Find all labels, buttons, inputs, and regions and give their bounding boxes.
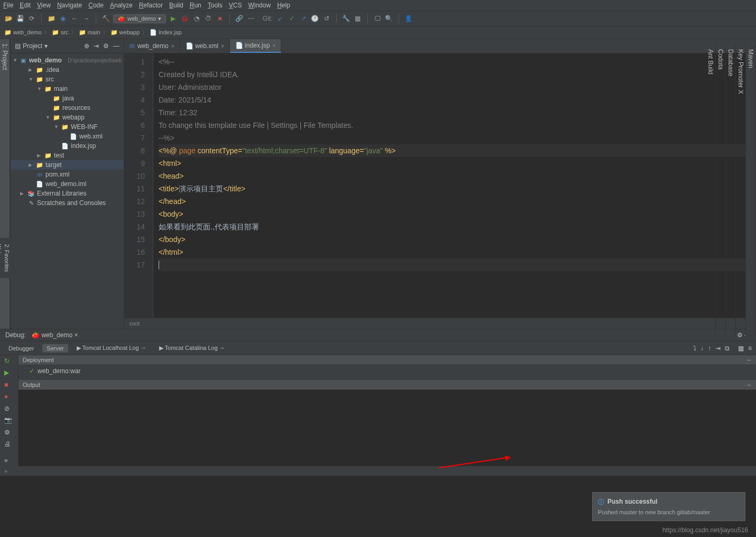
back-icon[interactable]: ←	[70, 14, 79, 23]
run-icon[interactable]: ▶	[169, 14, 178, 23]
code-editor[interactable]: 1234567891011121314151617 <%-- Created b…	[124, 53, 756, 318]
crumb-1[interactable]: 📁 src	[52, 29, 69, 36]
structure-icon[interactable]: ▦	[354, 14, 362, 23]
git-commit-icon[interactable]: ✓	[288, 14, 296, 23]
search-icon[interactable]: 🔍	[385, 14, 393, 23]
pin-icon[interactable]: →	[746, 357, 752, 363]
left-tab-web[interactable]: Web	[0, 238, 3, 278]
tree-item-target[interactable]: ▶📁target	[11, 160, 124, 170]
tree-item-web-inf[interactable]: ▼📁WEB-INF	[11, 122, 124, 132]
menu-file[interactable]: File	[3, 2, 13, 9]
coverage-icon[interactable]: ◔	[192, 14, 201, 23]
right-tab-ant-build[interactable]: Ant Build	[706, 45, 716, 336]
debug-tab-tomcat-localhost-log[interactable]: ▶ Tomcat Localhost Log →	[72, 344, 151, 353]
run-config-selector[interactable]: 🍅 web_demo ▾	[113, 14, 166, 23]
stop-icon[interactable]: ■	[216, 14, 224, 23]
collapse2-icon[interactable]: »	[4, 457, 14, 464]
crumb-4[interactable]: 📄 index.jsp	[150, 29, 181, 36]
project-tool-tab[interactable]: 1: Project	[0, 39, 10, 329]
print-icon[interactable]: 🖨	[4, 440, 14, 448]
tree-item-web_demo-iml[interactable]: 📄web_demo.iml	[11, 179, 124, 189]
tree-item-index-jsp[interactable]: 📄index.jsp	[11, 141, 124, 151]
tree-item-src[interactable]: ▼📁src	[11, 75, 124, 84]
menu-analyze[interactable]: Analyze	[110, 2, 133, 9]
menu-tools[interactable]: Tools	[208, 2, 223, 9]
tv-icon[interactable]: 🖵	[373, 14, 382, 23]
rerun-icon[interactable]: ↻	[4, 357, 14, 365]
crumb-2[interactable]: 📁 main	[79, 29, 100, 36]
editor-tab-index-jsp[interactable]: 📄 index.jsp ×	[230, 39, 282, 53]
target-icon[interactable]: ◉	[59, 14, 67, 23]
menu-run[interactable]: Run	[190, 2, 201, 9]
refresh-icon[interactable]: ⟳	[27, 14, 36, 23]
settings2-icon[interactable]: ⚙	[4, 429, 14, 436]
menu-view[interactable]: View	[37, 2, 51, 9]
tree-root[interactable]: ▼▣ web_demo D:\practice\project\web	[11, 55, 124, 65]
menu-navigate[interactable]: Navigate	[57, 2, 82, 9]
git-push-icon[interactable]: ↗	[299, 14, 308, 23]
hide-icon[interactable]: —	[113, 42, 119, 50]
eval-icon[interactable]: ⧉	[725, 345, 730, 352]
resume-icon[interactable]: ▶	[4, 369, 14, 376]
right-tab-maven[interactable]: Maven	[746, 45, 756, 336]
mute-bp-icon[interactable]: ⊘	[4, 405, 14, 412]
menu-edit[interactable]: Edit	[20, 2, 31, 9]
save-icon[interactable]: 💾	[16, 14, 24, 23]
git-history-icon[interactable]: 🕐	[311, 14, 319, 23]
tree-item-scratches-and-consoles[interactable]: ✎Scratches and Consoles	[11, 198, 124, 208]
step-out-icon[interactable]: ↑	[708, 345, 711, 352]
avatar-icon[interactable]: 👤	[404, 14, 413, 23]
tree-item-web-xml[interactable]: 📄web.xml	[11, 132, 124, 141]
menu-help[interactable]: Help	[277, 2, 290, 9]
tree-item-test[interactable]: ▶📁test	[11, 151, 124, 160]
menu-window[interactable]: Window	[248, 2, 271, 9]
right-tab-database[interactable]: Database	[726, 45, 736, 336]
stop2-icon[interactable]: ■	[4, 381, 14, 388]
tree-item-java[interactable]: 📁java	[11, 94, 124, 103]
debug-tab-server[interactable]: Server	[42, 344, 68, 353]
camera-icon[interactable]: 📷	[4, 416, 14, 424]
view-bp-icon[interactable]: ●	[4, 393, 14, 400]
crumb-0[interactable]: 📁 web_demo	[4, 29, 42, 36]
menu-code[interactable]: Code	[88, 2, 104, 9]
step-over-icon[interactable]: ⤵	[693, 345, 696, 352]
more-icon[interactable]: ⋯	[247, 14, 255, 23]
tree-item-pom-xml[interactable]: mpom.xml	[11, 170, 124, 179]
right-tab-codota[interactable]: Codota	[716, 45, 726, 336]
tree-item-webapp[interactable]: ▼📁webapp	[11, 113, 124, 122]
profile-icon[interactable]: ⏱	[204, 14, 213, 23]
tree-item-main[interactable]: ▼📁main	[11, 84, 124, 94]
step-into-icon[interactable]: ↓	[700, 345, 704, 352]
hammer-icon[interactable]: 🔨	[102, 14, 110, 23]
wrench-icon[interactable]: 🔧	[342, 14, 351, 23]
menu-refactor[interactable]: Refactor	[139, 2, 163, 9]
debug-icon[interactable]: 🐞	[181, 14, 189, 23]
left-tab-2-favorites[interactable]: 2: Favorites	[3, 238, 11, 278]
collapse-icon[interactable]: ⇥	[94, 42, 99, 50]
notification-popup[interactable]: ⓘPush successful Pushed master to new br…	[592, 492, 745, 521]
menu-build[interactable]: Build	[169, 2, 183, 9]
code-content[interactable]: <%-- Created by IntelliJ IDEA. User: Adm…	[153, 53, 756, 318]
list-icon[interactable]: ≡	[748, 345, 752, 352]
debug-tab-debugger[interactable]: Debugger	[4, 344, 38, 353]
deployment-item[interactable]: ✓web_demo:war	[19, 365, 756, 377]
folder-icon[interactable]: 📁	[47, 14, 56, 23]
pin2-icon[interactable]: →	[746, 382, 752, 388]
attach-icon[interactable]: 🔗	[235, 14, 244, 23]
right-tab-key-promoter-x[interactable]: Key Promoter X	[736, 45, 746, 336]
editor-tab-web-xml[interactable]: 📄 web.xml ×	[180, 39, 230, 53]
menu-vcs[interactable]: VCS	[229, 2, 242, 9]
git-update-icon[interactable]: ↙	[276, 14, 284, 23]
tree-item-external-libraries[interactable]: ▶📚External Libraries	[11, 189, 124, 198]
layout-icon[interactable]: ▦	[738, 345, 744, 352]
forward-icon[interactable]: →	[82, 14, 90, 23]
open-icon[interactable]: 📂	[4, 14, 13, 23]
crumb-3[interactable]: 📁 webapp	[110, 29, 140, 36]
gear-icon[interactable]: ⚙	[103, 42, 109, 50]
git-revert-icon[interactable]: ↺	[322, 14, 331, 23]
editor-tab-web_demo[interactable]: m web_demo ×	[124, 39, 180, 53]
tree-item--idea[interactable]: ▶📁.idea	[11, 65, 124, 75]
output-area[interactable]	[19, 390, 756, 466]
locate-icon[interactable]: ⊕	[84, 42, 89, 50]
tree-item-resources[interactable]: 📁resources	[11, 103, 124, 113]
